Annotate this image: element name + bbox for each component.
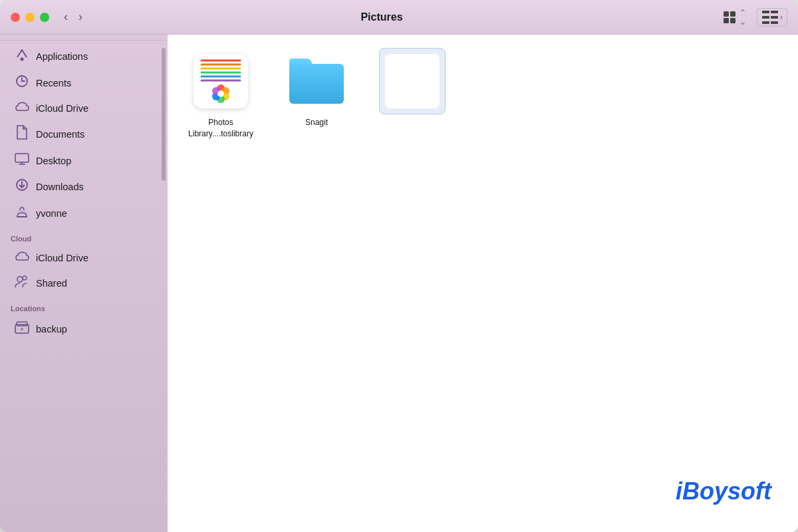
sidebar-item-applications[interactable]: Applications: [4, 43, 164, 69]
sidebar-item-backup[interactable]: backup: [4, 316, 164, 342]
svg-point-20: [17, 277, 23, 282]
photos-library-label: PhotosLibrary....toslibrary: [188, 117, 253, 140]
applications-icon: [15, 48, 29, 65]
icloud-fav-icon: [15, 101, 29, 115]
downloads-icon: [15, 178, 29, 195]
svg-rect-14: [15, 154, 29, 162]
sidebar-item-icloud-drive[interactable]: iCloud Drive: [4, 246, 164, 269]
svg-point-24: [21, 328, 23, 331]
files-grid: PhotosLibrary....toslibrary Snagit: [181, 48, 785, 140]
documents-label: Documents: [36, 129, 84, 140]
svg-rect-0: [724, 11, 729, 17]
locations-section-label: Locations: [0, 297, 168, 315]
svg-rect-19: [17, 216, 27, 217]
icloud-drive-icon: [15, 251, 29, 265]
group-icon: [761, 10, 779, 25]
desktop-icon: [15, 153, 29, 168]
svg-rect-5: [771, 11, 778, 13]
close-button[interactable]: [11, 13, 20, 22]
sidebar-item-yvonne[interactable]: yvonne: [4, 200, 164, 226]
svg-rect-6: [762, 16, 769, 19]
photos-library-icon-wrapper: [188, 48, 254, 114]
sidebar-item-recents[interactable]: Recents: [4, 70, 164, 96]
svg-point-38: [217, 90, 224, 97]
sidebar-item-icloud-fav[interactable]: iCloud Drive: [4, 96, 164, 120]
file-item-photos-library[interactable]: PhotosLibrary....toslibrary: [181, 48, 261, 140]
icloud-drive-label: iCloud Drive: [36, 253, 88, 263]
yvonne-label: yvonne: [36, 208, 67, 219]
iboysoft-text: iBoysoft: [676, 477, 771, 505]
desktop-label: Desktop: [36, 156, 71, 166]
file-item-snagit[interactable]: Snagit: [277, 48, 356, 128]
shared-label: Shared: [36, 278, 67, 289]
icloud-fav-label: iCloud Drive: [36, 103, 88, 114]
file-item-empty[interactable]: [372, 48, 452, 117]
empty-file-icon: [385, 54, 440, 108]
backup-label: backup: [36, 324, 67, 334]
group-view-button[interactable]: ›: [757, 8, 787, 27]
photos-library-icon: [194, 54, 248, 108]
snagit-label: Snagit: [305, 117, 328, 128]
svg-rect-7: [771, 16, 778, 19]
sidebar-item-documents[interactable]: Documents: [4, 120, 164, 148]
toolbar-right: ⌃⌄ ›: [722, 8, 787, 27]
iboysoft-watermark: iBoysoft: [676, 477, 771, 505]
backup-icon: [15, 321, 29, 337]
svg-point-10: [21, 58, 24, 61]
svg-rect-3: [730, 18, 735, 23]
svg-point-21: [23, 276, 27, 280]
sidebar-scrollbar[interactable]: [162, 48, 166, 181]
view-chevron-icon[interactable]: ⌃⌄: [739, 8, 746, 27]
svg-rect-8: [762, 21, 769, 24]
view-toggle[interactable]: ⌃⌄: [722, 8, 746, 27]
yvonne-icon: [15, 205, 29, 221]
cloud-section-label: Cloud: [0, 227, 168, 245]
recents-icon: [15, 74, 29, 91]
titlebar: ‹ › Pictures ⌃⌄: [0, 0, 798, 35]
applications-label: Applications: [36, 51, 88, 62]
documents-icon: [15, 125, 29, 143]
sidebar-divider: [0, 40, 168, 41]
svg-rect-2: [724, 18, 729, 23]
snagit-folder-icon: [289, 59, 344, 104]
photos-svg: [195, 55, 247, 107]
sidebar-item-shared[interactable]: Shared: [4, 270, 164, 296]
sidebar-item-downloads[interactable]: Downloads: [4, 174, 164, 200]
shared-icon: [15, 275, 29, 291]
group-chevron-icon[interactable]: ›: [780, 13, 783, 22]
finder-window: ‹ › Pictures ⌃⌄: [0, 0, 798, 532]
sidebar-item-desktop[interactable]: Desktop: [4, 148, 164, 173]
svg-rect-4: [762, 11, 769, 13]
svg-rect-9: [771, 21, 778, 24]
file-area: PhotosLibrary....toslibrary Snagit: [168, 35, 798, 532]
content-area: Applications Recents i: [0, 35, 798, 532]
svg-rect-23: [17, 322, 27, 326]
snagit-icon-wrapper: [283, 48, 350, 114]
empty-icon-wrapper: [379, 48, 446, 114]
downloads-label: Downloads: [36, 182, 84, 192]
window-title: Pictures: [41, 11, 722, 23]
svg-rect-1: [730, 11, 735, 17]
minimize-button[interactable]: [25, 13, 35, 22]
sidebar: Applications Recents i: [0, 35, 168, 532]
recents-label: Recents: [36, 78, 71, 88]
grid-view-icon: [722, 10, 737, 25]
